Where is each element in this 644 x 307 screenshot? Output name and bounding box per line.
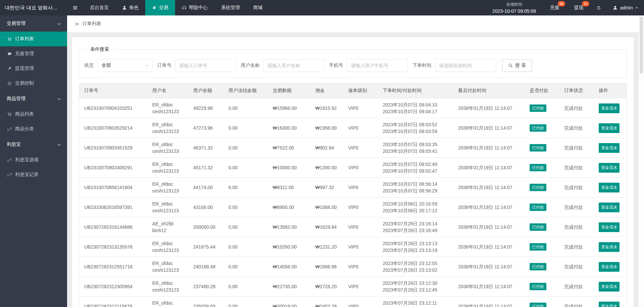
cell-username: ER_ofdoc ceshi123123 xyxy=(147,297,188,307)
breadcrumb-current: 订单列表 xyxy=(83,21,101,27)
pay-time: 2023年10月07日 09:04:17 xyxy=(383,108,448,115)
sidebar-group-interest-treasure[interactable]: 利息宝 xyxy=(0,136,67,152)
username-line1: ER_ofdoc xyxy=(152,161,183,168)
sidebar-item-order-list[interactable]: 订单列表 xyxy=(0,32,67,46)
sidebar-item-withdraw-management[interactable]: 提现管理 xyxy=(0,61,67,76)
nav-item-trade[interactable]: 交易 xyxy=(145,0,175,15)
nav-item-help-center[interactable]: 帮助中心 xyxy=(175,0,214,15)
cell-level: VIP0 xyxy=(343,178,378,198)
fund-flow-button[interactable]: 资金流水 xyxy=(599,163,620,173)
scrollbar-thumb[interactable] xyxy=(640,16,643,74)
sidebar-item-interest-options[interactable]: 利息宝选项 xyxy=(0,152,67,167)
cell-action: 资金流水 xyxy=(594,178,627,198)
pay-time: 2023年07月28日 23:16:49 xyxy=(383,227,448,234)
fund-flow-button[interactable]: 资金流水 xyxy=(599,262,620,272)
col-header-paid: 是否付款 xyxy=(525,83,559,98)
order-time: 2023年10月07日 09:02:40 xyxy=(383,161,448,168)
fund-flow-button[interactable]: 资金流水 xyxy=(599,302,620,307)
status-filter: 状态 全部 xyxy=(84,59,153,72)
table-row: UB2310070904103251 ER_ofdoc ceshi123123 … xyxy=(79,98,627,118)
sidebar-item-interest-records[interactable]: 利息宝记录 xyxy=(0,167,67,182)
chevron-down-icon xyxy=(58,142,61,146)
cell-order-no: UB2307282316144686 xyxy=(79,217,147,237)
person-icon xyxy=(122,5,127,10)
cell-times: 2023年07月28日 23:16:14 2023年07月28日 23:16:4… xyxy=(378,217,453,237)
nav-item-system[interactable]: 系统管理 xyxy=(214,0,247,15)
order-time: 2023年10月07日 09:04:10 xyxy=(383,101,448,108)
fund-flow-button[interactable]: 资金流水 xyxy=(599,282,620,292)
pay-time: 2023年07月28日 23:12:45 xyxy=(383,287,448,293)
sidebar-group-product-management[interactable]: 商品管理 xyxy=(0,91,67,107)
pay-time: 2023年10月07日 09:03:41 xyxy=(383,148,448,155)
cell-action: 资金流水 xyxy=(594,158,627,178)
sidebar-toggle-button[interactable] xyxy=(67,0,83,15)
cell-username: ER_ofdoc ceshi123123 xyxy=(147,178,188,198)
status-select[interactable]: 全部 xyxy=(97,59,153,72)
sidebar-group-trade-management[interactable]: 交易管理 xyxy=(0,15,67,32)
order-time-label: 下单时间 xyxy=(413,62,431,69)
sidebar-item-recharge-management[interactable]: 充值管理 xyxy=(0,46,67,61)
cell-times: 2023年10月07日 09:04:10 2023年10月07日 09:04:1… xyxy=(378,98,453,118)
chevron-up-icon xyxy=(635,6,639,10)
sidebar-item-trade-control[interactable]: 交易控制 xyxy=(0,76,67,91)
recharge-link[interactable]: 充值 38 xyxy=(543,0,567,15)
cell-frozen: 0.00 xyxy=(223,297,268,307)
orders-card: 条件搜索 状态 全部 订单号 用户名称 手 xyxy=(72,37,634,307)
username-input[interactable] xyxy=(263,59,324,72)
chat-bubble-icon xyxy=(7,52,12,56)
paid-badge: 已付款 xyxy=(530,243,546,251)
cell-last-pay-time: 2038年01月19日 11:14:07 xyxy=(453,277,525,297)
col-header-frozen: 用户冻结金额 xyxy=(223,83,268,98)
nav-label: 帮助中心 xyxy=(189,5,208,11)
col-header-username: 用户名 xyxy=(147,83,188,98)
col-header-status: 订单状态 xyxy=(559,83,594,98)
cell-level: VIP0 xyxy=(343,237,378,257)
withdraw-link[interactable]: 提现 15 xyxy=(567,0,591,15)
fund-flow-button[interactable]: 资金流水 xyxy=(599,103,620,113)
wrench-icon xyxy=(7,67,12,71)
nav-item-dashboard[interactable]: 后台首页 xyxy=(83,0,115,15)
fund-flow-button[interactable]: 资金流水 xyxy=(599,143,620,153)
cell-commission: ₩2402.28 xyxy=(310,297,343,307)
fund-flow-button[interactable]: 资金流水 xyxy=(599,242,620,252)
table-row: UB2307282313135576 ER_ofdoc ceshi123123 … xyxy=(79,237,627,257)
cell-commission: ₩1686.96 xyxy=(310,257,343,277)
username-line2: ceshi123123 xyxy=(152,108,183,115)
order-no-input[interactable] xyxy=(175,59,236,72)
fund-flow-button[interactable]: 资金流水 xyxy=(599,203,620,212)
cell-balance: 43106.00 xyxy=(188,198,223,217)
nav-label: 商城 xyxy=(253,5,263,11)
search-panel: 条件搜索 状态 全部 订单号 用户名称 手 xyxy=(79,46,627,78)
refresh-button[interactable] xyxy=(591,0,607,15)
order-time-input[interactable] xyxy=(435,59,496,72)
paid-badge: 已付款 xyxy=(530,164,546,171)
paid-badge: 已付款 xyxy=(530,223,546,231)
cell-commission: ₩2728.20 xyxy=(310,277,343,297)
paid-badge: 已付款 xyxy=(530,184,546,191)
cell-order-no: UB2310070903351529 xyxy=(79,138,147,158)
nav-item-mall[interactable]: 商城 xyxy=(247,0,269,15)
username-line2: ceshi123123 xyxy=(152,207,183,214)
page-scrollbar[interactable] xyxy=(639,15,644,307)
cell-frozen: 0.00 xyxy=(223,118,268,138)
col-header-order-no: 订单号 xyxy=(79,83,147,98)
cell-commission: ₩1231.20 xyxy=(310,237,343,257)
sidebar-item-product-list[interactable]: 商品列表 xyxy=(0,107,67,122)
username-line2: ceshi123123 xyxy=(152,287,183,293)
admin-menu[interactable]: admin xyxy=(607,0,644,15)
username-line2: ceshi123123 xyxy=(152,267,183,273)
fund-flow-button[interactable]: 资金流水 xyxy=(599,123,620,133)
cell-balance: 44174.00 xyxy=(188,178,223,198)
cell-balance: 47273.96 xyxy=(188,118,223,138)
username-line2: ceshi123123 xyxy=(152,247,183,254)
chevron-down-icon xyxy=(58,97,61,100)
search-button[interactable]: 搜 索 xyxy=(502,59,532,72)
cell-status: 完成付款 xyxy=(559,158,594,178)
phone-input[interactable] xyxy=(347,59,408,72)
fund-flow-button[interactable]: 资金流水 xyxy=(599,183,620,192)
nav-item-roles[interactable]: 角色 xyxy=(115,0,145,15)
cell-status: 完成付款 xyxy=(559,277,594,297)
cell-last-pay-time: 2038年01月19日 11:14:07 xyxy=(453,297,525,307)
fund-flow-button[interactable]: 资金流水 xyxy=(599,222,620,232)
sidebar-item-product-category[interactable]: 商品分类 xyxy=(0,122,67,136)
